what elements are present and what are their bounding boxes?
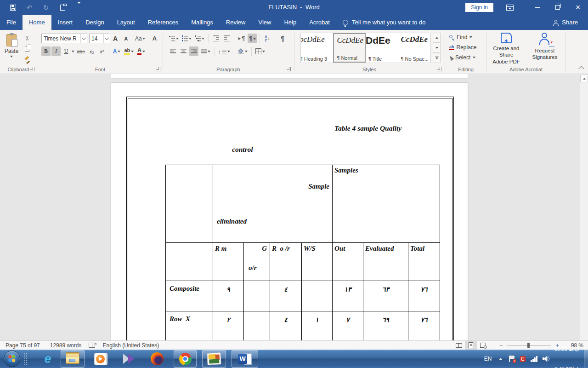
style-heading3[interactable]: ɔcDdEe ¶ Heading 3	[300, 33, 333, 63]
bold-button[interactable]: B	[41, 46, 51, 56]
table-cell[interactable]: ٧	[333, 311, 363, 341]
format-painter-button[interactable]	[22, 56, 32, 64]
align-center-button[interactable]	[179, 46, 188, 56]
clipboard-dialog-launcher[interactable]	[30, 67, 34, 71]
align-left-button[interactable]	[168, 46, 177, 56]
borders-button[interactable]	[254, 46, 266, 56]
zoom-slider-thumb[interactable]	[527, 343, 530, 348]
share-button[interactable]: Share	[553, 15, 578, 30]
page-indicator[interactable]: Page 75 of 97	[6, 342, 40, 349]
print-layout-button[interactable]	[465, 341, 477, 350]
sort-button[interactable]: AZ ↓	[263, 34, 272, 43]
zoom-out-button[interactable]: −	[497, 342, 505, 349]
tell-me-box[interactable]: Tell me what you want to do	[343, 15, 425, 30]
tab-layout[interactable]: Layout	[111, 15, 141, 30]
taskbar-item-firefox[interactable]	[147, 351, 167, 367]
chevron-down-icon[interactable]	[72, 51, 74, 52]
cut-button[interactable]: ✂	[22, 34, 32, 42]
tab-design[interactable]: Design	[79, 15, 110, 30]
document-page[interactable]: Table 4 sample Quality control Sample el…	[111, 83, 468, 340]
rtl-text-direction-button[interactable]: ¶	[248, 34, 257, 43]
word-count[interactable]: 12989 words	[50, 342, 82, 349]
create-share-pdf-button[interactable]: Create and Share Adobe PDF	[488, 33, 525, 65]
copy-button[interactable]	[22, 45, 32, 53]
close-button[interactable]: ×	[568, 0, 588, 15]
table-cell[interactable]: R o /r	[270, 243, 302, 281]
table-cell[interactable]: ١٣	[333, 281, 363, 311]
tab-references[interactable]: References	[141, 15, 185, 30]
tab-mailings[interactable]: Mailings	[185, 15, 220, 30]
table-cell[interactable]: R m	[213, 243, 244, 281]
show-hide-formatting-button[interactable]: ¶	[278, 34, 287, 43]
font-dialog-launcher[interactable]	[156, 67, 160, 71]
start-button[interactable]	[4, 351, 20, 367]
vertical-scrollbar[interactable]	[580, 74, 588, 340]
font-color-button[interactable]: A	[136, 46, 147, 56]
styles-scroll-down-button[interactable]	[433, 43, 441, 53]
clear-formatting-button[interactable]: A	[152, 35, 158, 42]
find-button[interactable]: Find	[449, 33, 485, 42]
table-cell[interactable]: ٧٦	[408, 281, 440, 311]
table-cell[interactable]	[244, 311, 270, 341]
taskbar-item-chrome[interactable]	[174, 350, 197, 368]
restore-button[interactable]	[548, 0, 568, 15]
paragraph-dialog-launcher[interactable]	[287, 67, 291, 71]
styles-dialog-launcher[interactable]	[437, 67, 441, 71]
table-cell[interactable]: ٢	[213, 311, 244, 341]
show-hidden-icons-button[interactable]	[499, 358, 503, 360]
table-cell[interactable]: ٤	[270, 311, 302, 341]
table-cell[interactable]: ٧٦	[408, 311, 440, 341]
antivirus-tray-icon[interactable]	[520, 356, 526, 362]
tab-home[interactable]: Home	[23, 15, 51, 30]
text-effects-button[interactable]: A	[112, 46, 122, 56]
italic-button[interactable]: I	[51, 46, 61, 56]
collapse-ribbon-button[interactable]	[578, 66, 584, 72]
align-right-button[interactable]	[189, 46, 198, 56]
paste-button[interactable]: Paste	[2, 33, 21, 66]
minimize-button[interactable]	[527, 0, 548, 15]
decrease-indent-button[interactable]	[211, 34, 220, 43]
table-cell-sample-eliminated[interactable]: Sample eliminated	[213, 165, 333, 243]
taskbar-item-kmplayer[interactable]	[119, 351, 139, 367]
tab-insert[interactable]: Insert	[51, 15, 79, 30]
table-cell[interactable]: Total	[408, 243, 440, 281]
action-center-flag-icon[interactable]: ×	[509, 356, 515, 362]
table-cell-samples[interactable]: Samples	[333, 165, 440, 243]
show-desktop-button[interactable]	[584, 350, 588, 368]
language-indicator[interactable]: English (United States)	[102, 342, 159, 349]
underline-button[interactable]: U	[62, 46, 71, 56]
taskbar-item-explorer[interactable]	[61, 350, 85, 368]
table-cell[interactable]: Evaluated	[363, 243, 408, 281]
line-spacing-button[interactable]: ↕	[217, 46, 231, 56]
subscript-button[interactable]: x₂	[87, 46, 96, 56]
shading-button[interactable]	[237, 46, 249, 56]
numbering-button[interactable]	[181, 34, 192, 43]
read-mode-button[interactable]	[453, 341, 465, 350]
taskbar-item-word[interactable]: W	[232, 350, 258, 368]
select-button[interactable]: Select	[449, 53, 485, 62]
tray-clock[interactable]: 01:25 ب.ظ ٢٠٢١/٢٢/٠١	[554, 333, 579, 368]
tab-help[interactable]: Help	[277, 15, 303, 30]
justify-button[interactable]	[200, 46, 211, 56]
taskbar-item-internet-explorer[interactable]: e	[38, 351, 58, 367]
web-layout-button[interactable]	[477, 341, 489, 350]
increase-indent-button[interactable]	[222, 34, 231, 43]
superscript-button[interactable]: x²	[97, 46, 107, 56]
table-cell[interactable]: ٩	[213, 281, 244, 311]
table-cell[interactable]	[166, 243, 213, 281]
table-cell[interactable]	[302, 281, 333, 311]
tab-view[interactable]: View	[252, 15, 277, 30]
tab-file[interactable]: File	[0, 15, 23, 30]
taskbar-item-media-player[interactable]	[90, 351, 110, 367]
table-cell[interactable]: ١	[302, 311, 333, 341]
tab-review[interactable]: Review	[220, 15, 252, 30]
ltr-text-direction-button[interactable]: ¶	[237, 34, 246, 43]
styles-scroll-up-button[interactable]	[433, 33, 441, 43]
sign-in-button[interactable]: Sign in	[465, 3, 493, 12]
ribbon-display-options-button[interactable]	[506, 5, 514, 11]
table-cell[interactable]: ٤	[270, 281, 302, 311]
request-signatures-button[interactable]: x Request Signatures	[526, 33, 563, 65]
zoom-slider[interactable]	[507, 345, 551, 345]
table-cell[interactable]: Out	[333, 243, 363, 281]
network-signal-icon[interactable]	[531, 356, 537, 362]
